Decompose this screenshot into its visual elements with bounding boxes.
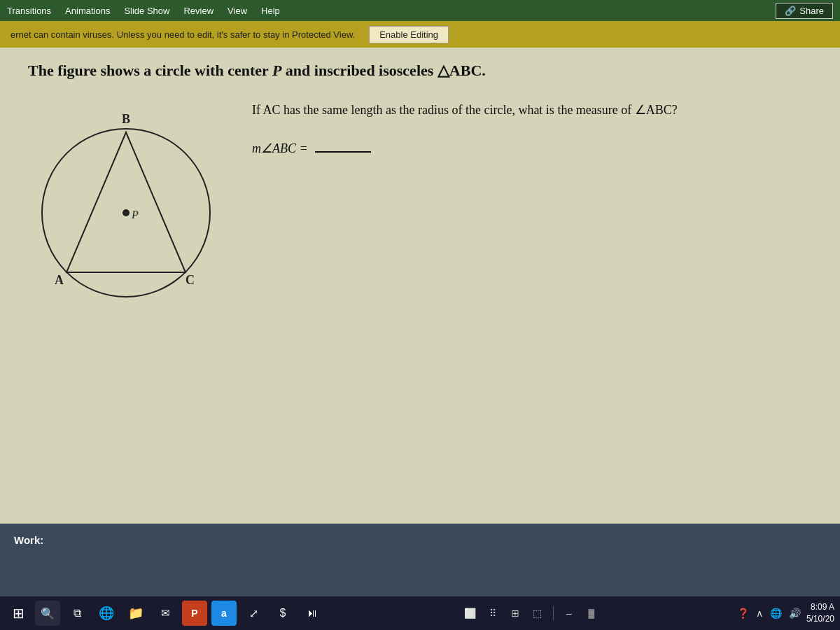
system-tray-icons: ❓ ∧ 🌐 🔊 <box>737 608 801 619</box>
answer-formula: m∠ABC = <box>252 141 308 156</box>
svg-marker-1 <box>66 132 186 272</box>
share-label: Share <box>799 6 824 16</box>
network-icon[interactable]: 🌐 <box>770 608 782 619</box>
circle-diagram: B A C P <box>28 94 224 318</box>
protected-view-bar: ernet can contain viruses. Unless you ne… <box>0 21 840 48</box>
chevron-up-icon[interactable]: ∧ <box>756 608 763 619</box>
slide-title: The figure shows a circle with center P … <box>28 62 812 80</box>
windows-start-button[interactable]: ⊞ <box>6 601 31 626</box>
question-tray-icon[interactable]: ❓ <box>737 608 749 619</box>
protected-view-message: ernet can contain viruses. Unless you ne… <box>10 29 355 40</box>
share-icon: 🔗 <box>785 6 796 16</box>
view-icon-1[interactable]: ⬜ <box>461 603 480 623</box>
view-icon-5[interactable]: – <box>559 603 579 623</box>
menu-bar: Transitions Animations Slide Show Review… <box>0 0 840 21</box>
app-icon-dollar[interactable]: $ <box>270 601 295 626</box>
menu-animations[interactable]: Animations <box>65 6 110 16</box>
taskbar-middle: ⬜ ⠿ ⊞ ⬚ – ▓ <box>461 603 601 623</box>
app-icon-media[interactable]: ⏯ <box>300 601 325 626</box>
center-p-label: P <box>131 209 139 220</box>
taskbar-left: ⊞ 🔍 ⧉ 🌐 📁 ✉ P a ⤢ $ ⏯ <box>6 601 325 626</box>
view-progress: ▓ <box>582 603 601 623</box>
diagram-container: B A C P <box>28 94 224 321</box>
vertex-a-label: A <box>55 273 64 287</box>
question-text: If AC has the same length as the radius … <box>252 94 812 156</box>
clock-date: 5/10/20 <box>806 613 834 625</box>
menu-items: Transitions Animations Slide Show Review… <box>7 6 280 16</box>
edge-browser-icon[interactable]: 🌐 <box>94 601 119 626</box>
slide-content: The figure shows a circle with center P … <box>0 48 840 524</box>
answer-line: m∠ABC = <box>252 141 812 156</box>
work-label: Work: <box>14 534 826 546</box>
view-icon-2[interactable]: ⠿ <box>483 603 503 623</box>
answer-blank[interactable] <box>315 151 371 153</box>
taskbar-separator <box>553 606 554 620</box>
task-view-icon[interactable]: ⧉ <box>64 601 90 626</box>
view-icon-3[interactable]: ⊞ <box>505 603 525 623</box>
clock-time: 8:09 A <box>806 601 834 613</box>
menu-review[interactable]: Review <box>183 6 214 16</box>
system-clock: 8:09 A 5/10/20 <box>806 601 834 625</box>
file-explorer-icon[interactable]: 📁 <box>123 601 148 626</box>
app-icon-arrows[interactable]: ⤢ <box>241 601 266 626</box>
app-icon-a[interactable]: a <box>211 601 237 626</box>
slide-body: B A C P If AC has the same length as the… <box>28 94 812 321</box>
volume-icon[interactable]: 🔊 <box>789 608 801 619</box>
taskbar: ⊞ 🔍 ⧉ 🌐 📁 ✉ P a ⤢ $ ⏯ ⬜ ⠿ ⊞ ⬚ – ▓ ❓ ∧ 🌐 … <box>0 596 840 630</box>
powerpoint-icon[interactable]: P <box>182 601 207 626</box>
enable-editing-button[interactable]: Enable Editing <box>369 26 449 43</box>
vertex-b-label: B <box>122 112 130 126</box>
menu-slideshow[interactable]: Slide Show <box>124 6 169 16</box>
share-button[interactable]: 🔗 Share <box>776 3 833 19</box>
menu-view[interactable]: View <box>227 6 247 16</box>
email-icon[interactable]: ✉ <box>153 601 178 626</box>
taskbar-right: ❓ ∧ 🌐 🔊 8:09 A 5/10/20 <box>737 601 834 625</box>
menu-help[interactable]: Help <box>261 6 280 16</box>
vertex-c-label: C <box>186 273 195 287</box>
menu-transitions[interactable]: Transitions <box>7 6 51 16</box>
view-icon-4[interactable]: ⬚ <box>528 603 547 623</box>
svg-point-3 <box>122 209 130 216</box>
question-paragraph: If AC has the same length as the radius … <box>252 101 812 120</box>
search-icon[interactable]: 🔍 <box>35 601 60 626</box>
